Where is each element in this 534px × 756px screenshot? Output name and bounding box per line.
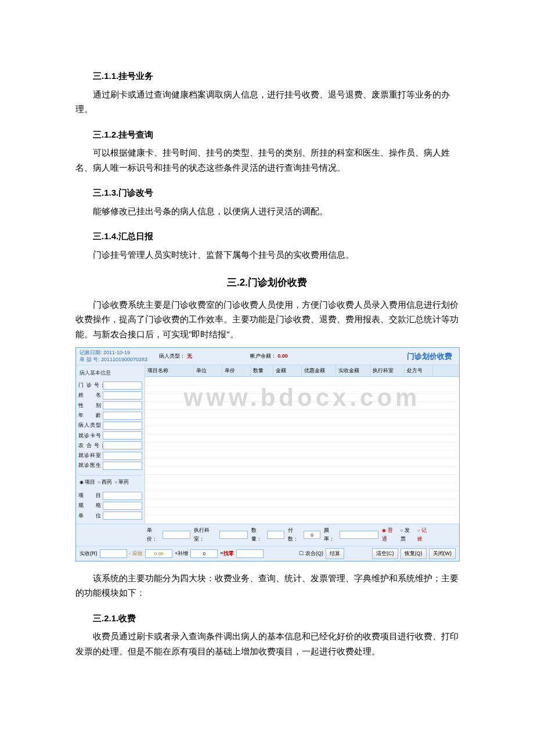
grid-area: 项目名称 单位 单价 数量 金额 优惠金额 实收金额 执行科室 处方号 www.… (145, 365, 459, 524)
label-visit-dept: 就诊科室： (78, 451, 103, 460)
value-change (236, 549, 264, 558)
label-nrcms-no: 农 合 号： (78, 441, 103, 450)
paragraph-3-1-3: 能够修改已挂出号条的病人信息，以便病人进行灵活的调配。 (75, 204, 459, 219)
grid-header: 项目名称 单位 单价 数量 金额 优惠金额 实收金额 执行科室 处方号 (145, 365, 459, 377)
label-doses: 付数： (288, 526, 302, 544)
screenshot-header-bar: 记账日期: 2011-10-19 单 据 号: 2011101900070283… (76, 348, 459, 365)
checkbox-nrcms[interactable]: 农合(Q) (299, 549, 323, 558)
col-actual: 实收金额 (336, 365, 370, 376)
input-frequency[interactable] (340, 531, 378, 539)
heading-3-2: 三.2.门诊划价收费 (75, 275, 459, 291)
radio-herbal-med[interactable]: 草药 (114, 478, 129, 487)
label-add: +补增 (175, 549, 188, 558)
sidebar-title: 病人基本信息 (78, 368, 142, 380)
lower-bar-1: 单价： 执行科室： 数量： 付数：0 频率： 普通 发票 记账 (76, 524, 459, 546)
input-visit-dept[interactable] (103, 452, 142, 460)
label-spec: 规 格： (78, 501, 103, 510)
label-should-receive: - 应收 (129, 549, 143, 558)
input-unit[interactable] (103, 512, 142, 520)
label-item: 项 目： (78, 491, 103, 500)
radio-normal[interactable]: 普通 (382, 526, 396, 544)
input-visit-card[interactable] (103, 431, 142, 440)
paragraph-3-2-a: 门诊收费系统主要是门诊收费室的门诊收费人员使用，方便门诊收费人员录入费用信息进行… (75, 297, 459, 342)
bill-no-label: 单 据 号: (80, 357, 100, 362)
paragraph-3-1-2: 可以根据健康卡、挂号时间、挂号的类型、挂号的类别、所挂的科室和医生、操作员、病人… (75, 145, 459, 175)
label-visit-card: 就诊卡号： (78, 431, 103, 440)
col-discount: 优惠金额 (302, 365, 336, 376)
heading-3-1-4: 三.1.4.汇总日报 (93, 229, 459, 244)
label-gender: 性 别： (78, 401, 103, 410)
col-rx-no: 处方号 (405, 365, 433, 376)
heading-3-1-1: 三.1.1.挂号业务 (93, 69, 459, 84)
lower-bar-2: 实收(R) - 应收 0.00 +补增 0 =找零 农合(Q) 结算 清空(C)… (76, 546, 459, 561)
account-balance: 帐户余额： 0.00 (250, 352, 288, 361)
recover-button[interactable]: 恢复(Q) (400, 548, 427, 559)
record-date-label: 记账日期: (80, 350, 102, 355)
radio-item[interactable]: 项目 (80, 478, 95, 487)
patient-type: 病人类型： 无 (159, 352, 192, 361)
radio-charge-account[interactable]: 记账 (417, 526, 431, 544)
col-price: 单价 (222, 365, 251, 376)
label-patient-type: 病人类型： (78, 421, 103, 430)
item-type-radio-group: 项目 西药 草药 (78, 475, 142, 489)
patient-info-sidebar: 病人基本信息 门 诊 号： 姓 名： 性 别： 年 龄： 病人类型： 就诊卡号：… (76, 365, 145, 524)
label-exec-dept: 执行科室： (194, 526, 218, 544)
label-unit: 单 位： (78, 512, 103, 520)
clear-button[interactable]: 清空(C) (372, 548, 398, 559)
col-item-name: 项目名称 (145, 365, 194, 376)
label-name: 姓 名： (78, 391, 103, 399)
paragraph-3-2-1: 收费员通过刷卡或者录入查询条件调出病人的基本信息和已经化好价的收费项目进行收费、… (75, 629, 459, 658)
label-frequency: 频率： (324, 526, 338, 544)
radio-western-med[interactable]: 西药 (98, 478, 112, 487)
label-unit-price: 单价： (147, 526, 161, 544)
input-doses[interactable]: 0 (304, 531, 321, 539)
input-patient-type[interactable] (103, 422, 142, 430)
settle-button[interactable]: 结算 (326, 548, 344, 559)
heading-3-1-2: 三.1.2.挂号查询 (93, 127, 459, 142)
account-balance-label: 帐户余额： (250, 353, 276, 359)
input-age[interactable] (103, 412, 142, 420)
input-name[interactable] (103, 391, 142, 399)
input-item[interactable] (103, 492, 142, 500)
input-quantity[interactable] (267, 531, 284, 539)
label-change: =找零 (220, 549, 233, 558)
col-amount: 金额 (273, 365, 302, 376)
bill-no-value: 2011101900070283 (101, 357, 147, 362)
value-should-receive: 0.00 (145, 549, 172, 558)
input-nrcms-no[interactable] (103, 441, 142, 449)
radio-invoice[interactable]: 发票 (400, 526, 414, 544)
paragraph-3-1-4: 门诊挂号管理人员实时统计、监督下属每个挂号员的实收费用信息。 (75, 247, 459, 262)
close-button[interactable]: 关闭(W) (429, 548, 456, 559)
input-outpatient-no[interactable] (103, 381, 142, 390)
record-date-value: 2011-10-19 (103, 350, 130, 355)
label-actual-receive: 实收(R) (80, 549, 98, 558)
heading-3-1-3: 三.1.3.门诊改号 (93, 185, 459, 200)
input-actual-receive[interactable] (100, 549, 127, 558)
col-exec-dept: 执行科室 (370, 365, 405, 376)
watermark-text: www.bdocx.com (145, 377, 459, 418)
label-age: 年 龄： (78, 411, 103, 420)
value-add: 0 (190, 549, 218, 558)
label-outpatient-no: 门 诊 号： (78, 381, 103, 390)
screen-title: 门诊划价收费 (407, 350, 456, 363)
col-blank (433, 365, 459, 376)
col-qty: 数量 (251, 365, 273, 376)
outpatient-pricing-screenshot: 记账日期: 2011-10-19 单 据 号: 2011101900070283… (75, 347, 460, 561)
grid-body[interactable]: www.bdocx.com (145, 377, 459, 524)
paragraph-3-1-1: 通过刷卡或通过查询健康档案调取病人信息，进行挂号收费、退号退费、废票重打等业务的… (75, 87, 459, 117)
col-unit: 单位 (194, 365, 222, 376)
account-balance-value: 0.00 (277, 353, 288, 359)
paragraph-3-2-b: 该系统的主要功能分为四大块：收费业务、查询、统计、发票管理、字典维护和系统维护；… (75, 571, 459, 600)
header-left-block: 记账日期: 2011-10-19 单 据 号: 2011101900070283 (80, 350, 147, 363)
patient-type-value: 无 (187, 353, 192, 359)
label-quantity: 数量： (251, 526, 266, 544)
label-visit-doctor: 就诊医生： (78, 461, 103, 470)
input-spec[interactable] (103, 502, 142, 510)
input-gender[interactable] (103, 401, 142, 409)
patient-type-label: 病人类型： (159, 353, 185, 359)
input-unit-price[interactable] (163, 531, 190, 539)
input-visit-doctor[interactable] (103, 462, 142, 470)
heading-3-2-1: 三.2.1.收费 (93, 611, 459, 626)
input-exec-dept[interactable] (219, 531, 247, 539)
